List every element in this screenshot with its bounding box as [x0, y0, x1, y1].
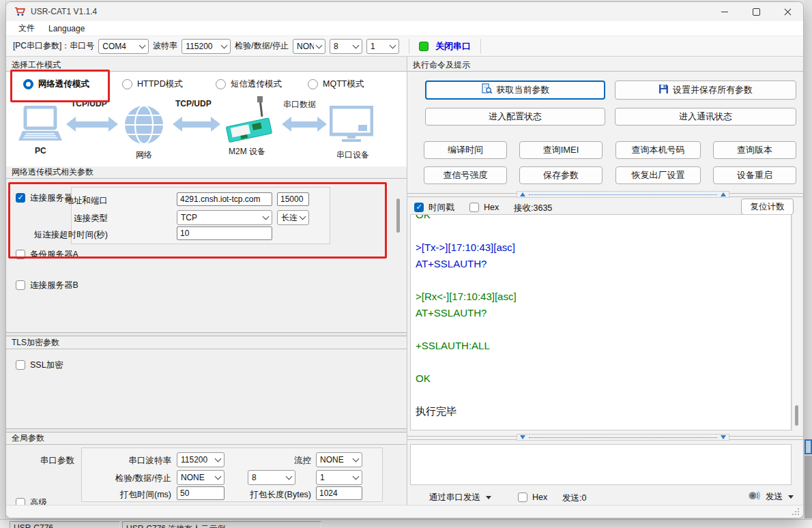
- backup-server-a-checkbox-row[interactable]: 备份服务器A: [16, 249, 78, 260]
- button-label: 保存参数: [543, 169, 579, 181]
- enter-comm-state-button[interactable]: 进入通讯状态: [615, 108, 796, 126]
- short-conn-timeout-input[interactable]: [177, 226, 272, 240]
- params-scrollbar-thumb[interactable]: [396, 199, 400, 233]
- radio-mqtt-mode[interactable]: MQTT模式: [308, 78, 364, 89]
- resize-grip[interactable]: [791, 507, 799, 515]
- button-label: 获取当前参数: [497, 84, 550, 96]
- send-hex-checkbox-row[interactable]: Hex: [518, 492, 547, 503]
- radio-sms-transparent-mode[interactable]: 短信透传模式: [216, 78, 282, 89]
- log-line: OK: [416, 370, 791, 387]
- global-stopbits-select[interactable]: 1: [316, 470, 362, 485]
- stopbits-select[interactable]: 1: [366, 39, 399, 54]
- pack-time-input[interactable]: [177, 486, 224, 500]
- baud-label: 波特率: [153, 40, 177, 52]
- log-line: [416, 321, 791, 338]
- work-mode-section-header: 选择工作模式: [6, 59, 407, 72]
- checkbox-icon: [16, 280, 25, 290]
- server-port-input[interactable]: [277, 192, 309, 206]
- baud-select[interactable]: 115200: [182, 39, 231, 54]
- checkbox-label: Hex: [532, 493, 547, 502]
- chevron-down-icon: [486, 496, 491, 499]
- menu-item-language[interactable]: Language: [48, 24, 85, 33]
- close-button[interactable]: [772, 2, 803, 21]
- section-splitter[interactable]: [6, 332, 407, 336]
- button-label: 设备重启: [737, 169, 772, 181]
- radio-icon: [308, 79, 318, 89]
- keepalive-select[interactable]: 长连接: [277, 210, 309, 225]
- maximize-button[interactable]: [740, 2, 772, 21]
- query-imei-button[interactable]: 查询IMEI: [519, 141, 603, 159]
- receive-log[interactable]: OK >[Tx->][17:10:43][asc] AT+SSLAUTH? >[…: [410, 214, 792, 430]
- radio-net-transparent-mode[interactable]: 网络透传模式: [23, 78, 89, 89]
- compile-time-button[interactable]: 编译时间: [424, 141, 507, 159]
- right-pane: 执行命令及提示 获取当前参数 设置并保存所有参数 进入配置状态 进入通讯状态 编…: [407, 57, 804, 507]
- background-statusbar: USR-C776 USR-C776 连接有人云示例: [0, 519, 812, 528]
- factory-reset-button[interactable]: 恢复出厂设置: [615, 166, 701, 184]
- close-port-button[interactable]: 关闭串口: [435, 40, 471, 53]
- global-parity-select[interactable]: NONE: [177, 470, 224, 485]
- connection-type-select[interactable]: TCP: [177, 210, 272, 225]
- databits-select[interactable]: 8: [330, 39, 362, 54]
- global-parity-data-stop-label: 检验/数据/停止: [87, 473, 171, 484]
- log-scrollbar[interactable]: [792, 214, 800, 430]
- server-b-checkbox-row[interactable]: 连接服务器B: [16, 280, 78, 291]
- log-splitter-handle[interactable]: [517, 191, 729, 198]
- titlebar: USR-CAT1 V1.1.4: [6, 2, 803, 21]
- global-baud-select[interactable]: 115200: [177, 452, 224, 467]
- status-message-text: USR-C776 连接有人云示例: [126, 524, 225, 528]
- collapse-down-icon: [520, 435, 525, 439]
- chevron-down-icon: [286, 473, 293, 480]
- chevron-down-icon: [139, 42, 146, 48]
- desktop: USR-C776 USR-C776 连接有人云示例 USR-CAT1 V1.1.…: [0, 0, 812, 528]
- radio-httpd-mode[interactable]: HTTPD模式: [122, 78, 183, 89]
- arrow-pc-network-icon: [66, 117, 118, 132]
- send-via-serial-dropdown[interactable]: 通过串口发送: [429, 492, 491, 503]
- params-scrollbar[interactable]: [396, 181, 401, 331]
- pc-icon: [18, 106, 62, 147]
- chevron-down-icon: [316, 42, 323, 48]
- device-restart-button[interactable]: 设备重启: [713, 166, 796, 184]
- pack-length-input[interactable]: [316, 486, 362, 500]
- collapse-up-icon: [721, 192, 726, 196]
- set-save-all-params-button[interactable]: 设置并保存所有参数: [615, 80, 796, 100]
- parity-select[interactable]: NONI: [293, 39, 325, 54]
- ssl-checkbox-row[interactable]: SSL加密: [16, 360, 63, 370]
- databits-value: 8: [334, 42, 338, 51]
- global-databits-select[interactable]: 8: [248, 470, 295, 485]
- flow-control-select[interactable]: NONE: [316, 452, 362, 467]
- save-params-button[interactable]: 保存参数: [519, 166, 603, 184]
- log-line: +SSLAUTH:ALL: [416, 338, 791, 354]
- server-address-input[interactable]: [177, 192, 272, 206]
- query-signal-strength-button[interactable]: 查信号强度: [424, 166, 507, 184]
- global-baud-label: 串口波特率: [87, 455, 171, 467]
- checkbox-label: 连接服务器B: [30, 280, 78, 291]
- log-line: [416, 223, 791, 239]
- chevron-down-icon: [300, 214, 306, 220]
- send-splitter[interactable]: [407, 434, 804, 441]
- global-parity-value: NONE: [181, 473, 205, 482]
- reset-counter-button[interactable]: 复位计数: [741, 199, 794, 215]
- log-splitter[interactable]: [407, 191, 804, 198]
- chevron-down-icon: [353, 473, 360, 480]
- button-label: 编译时间: [448, 144, 483, 156]
- send-splitter-handle[interactable]: [517, 434, 729, 441]
- log-line: >[Rx<-][17:10:43][asc]: [416, 289, 791, 305]
- connection-type-value: TCP: [181, 213, 197, 222]
- send-count: 发送:0: [562, 493, 586, 504]
- send-input-area[interactable]: [410, 444, 792, 485]
- log-scrollbar-thumb[interactable]: [795, 405, 798, 426]
- com-port-select[interactable]: COM4: [98, 39, 149, 54]
- send-button[interactable]: 发送: [749, 490, 794, 503]
- checkbox-label: Hex: [484, 203, 499, 212]
- enter-config-state-button[interactable]: 进入配置状态: [425, 108, 605, 126]
- keepalive-value: 长连接: [281, 212, 298, 224]
- menu-item-file[interactable]: 文件: [18, 23, 35, 34]
- button-label: 设置并保存所有参数: [673, 84, 753, 96]
- minimize-button[interactable]: [709, 2, 740, 21]
- query-version-button[interactable]: 查询版本: [713, 141, 796, 159]
- timestamp-checkbox-row[interactable]: 时间戳: [414, 202, 454, 213]
- query-local-number-button[interactable]: 查询本机号码: [615, 141, 701, 159]
- recv-hex-checkbox-row[interactable]: Hex: [469, 202, 499, 213]
- left-pane: 选择工作模式 网络透传模式 HTTPD模式 短信透传模式 MQTT模式: [6, 57, 407, 507]
- get-current-params-button[interactable]: 获取当前参数: [425, 80, 605, 100]
